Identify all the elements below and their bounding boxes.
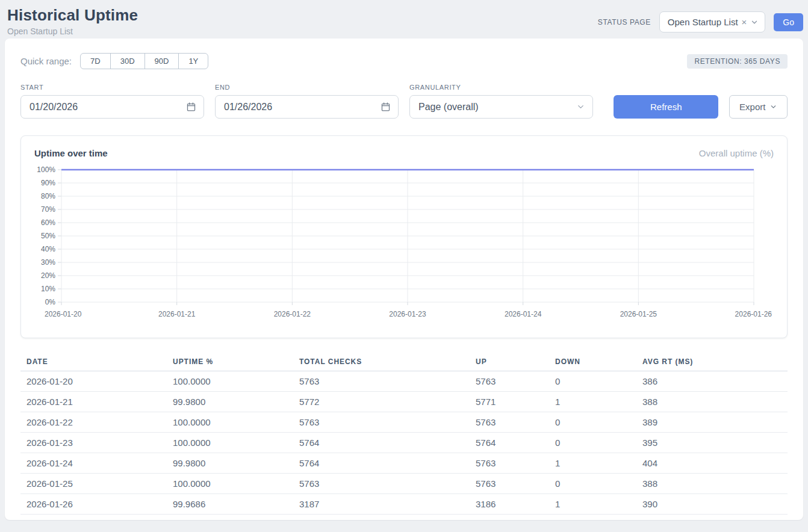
chart-svg: 0%10%20%30%40%50%60%70%80%90%100%2026-01… bbox=[34, 164, 775, 322]
remove-selection-icon[interactable]: × bbox=[742, 17, 747, 26]
table-row: 2026-01-2499.9800576457631404 bbox=[20, 453, 788, 474]
quick-range-button-7d[interactable]: 7D bbox=[80, 53, 111, 69]
table-cell: 2026-01-20 bbox=[20, 371, 167, 392]
chart-title: Uptime over time bbox=[34, 148, 108, 158]
table-cell: 395 bbox=[636, 433, 788, 453]
main-panel: Quick range: 7D30D90D1Y RETENTION: 365 D… bbox=[5, 39, 803, 520]
quick-range-button-90d[interactable]: 90D bbox=[145, 53, 179, 69]
uptime-chart-card: Uptime over time Overall uptime (%) 0%10… bbox=[20, 135, 788, 338]
column-header: UPTIME % bbox=[167, 353, 293, 371]
granularity-select[interactable]: Page (overall) bbox=[409, 95, 593, 119]
title-block: Historical Uptime Open Startup List bbox=[7, 6, 138, 36]
svg-text:2026-01-26: 2026-01-26 bbox=[735, 310, 772, 318]
svg-text:2026-01-24: 2026-01-24 bbox=[505, 310, 542, 318]
table-row: 2026-01-25100.0000576357630388 bbox=[20, 474, 788, 494]
table-cell: 388 bbox=[636, 392, 788, 412]
table-cell: 5772 bbox=[293, 392, 470, 412]
table-row: 2026-01-22100.0000576357630389 bbox=[20, 412, 788, 433]
go-button[interactable]: Go bbox=[774, 13, 803, 31]
table-cell: 5764 bbox=[470, 433, 549, 453]
quick-range-label: Quick range: bbox=[20, 56, 72, 66]
table-cell: 0 bbox=[549, 371, 636, 392]
chevron-down-icon bbox=[750, 18, 759, 26]
page-subtitle: Open Startup List bbox=[7, 26, 138, 36]
table-cell: 5763 bbox=[293, 412, 470, 433]
table-cell: 0 bbox=[549, 474, 636, 494]
calendar-icon[interactable] bbox=[381, 102, 391, 112]
table-cell: 1 bbox=[549, 453, 636, 474]
start-date-value: 01/20/2026 bbox=[30, 102, 78, 113]
svg-text:50%: 50% bbox=[41, 232, 55, 240]
table-cell: 100.0000 bbox=[167, 433, 293, 453]
table-cell: 99.9686 bbox=[167, 494, 293, 515]
table-cell: 1 bbox=[549, 392, 636, 412]
granularity-value: Page (overall) bbox=[418, 102, 479, 113]
export-button[interactable]: Export bbox=[729, 95, 788, 119]
column-header: AVG RT (MS) bbox=[636, 353, 788, 371]
status-page-value: Open Startup List bbox=[668, 17, 738, 27]
table-row: 2026-01-23100.0000576457640395 bbox=[20, 433, 788, 453]
calendar-icon[interactable] bbox=[186, 102, 196, 112]
chevron-down-icon bbox=[576, 102, 585, 111]
table-row: 2026-01-2699.9686318731861390 bbox=[20, 494, 788, 515]
table-cell: 404 bbox=[636, 453, 788, 474]
granularity-label: GRANULARITY bbox=[409, 84, 593, 91]
table-header: DATEUPTIME %TOTAL CHECKSUPDOWNAVG RT (MS… bbox=[20, 353, 788, 371]
table-cell: 5763 bbox=[293, 371, 470, 392]
header-controls: STATUS PAGE Open Startup List × Go bbox=[598, 6, 803, 32]
status-page-select[interactable]: Open Startup List × bbox=[659, 11, 766, 32]
uptime-table: DATEUPTIME %TOTAL CHECKSUPDOWNAVG RT (MS… bbox=[20, 353, 788, 515]
refresh-button[interactable]: Refresh bbox=[614, 95, 718, 119]
svg-text:60%: 60% bbox=[41, 218, 55, 227]
quick-range-button-1y[interactable]: 1Y bbox=[178, 53, 208, 69]
table-cell: 5763 bbox=[470, 412, 549, 433]
svg-text:100%: 100% bbox=[37, 165, 55, 174]
table-cell: 2026-01-21 bbox=[20, 392, 167, 412]
svg-text:10%: 10% bbox=[41, 285, 55, 293]
column-header: DOWN bbox=[549, 353, 636, 371]
start-label: START bbox=[20, 84, 204, 91]
filter-form-row: START 01/20/2026 END 01/26/2026 GRANULAR… bbox=[20, 84, 788, 119]
quick-range-button-30d[interactable]: 30D bbox=[110, 53, 145, 69]
column-header: TOTAL CHECKS bbox=[293, 353, 470, 371]
table-cell: 389 bbox=[636, 412, 788, 433]
table-cell: 2026-01-24 bbox=[20, 453, 167, 474]
table-cell: 3187 bbox=[293, 494, 470, 515]
svg-text:2026-01-25: 2026-01-25 bbox=[620, 310, 657, 318]
end-label: END bbox=[215, 84, 399, 91]
column-header: UP bbox=[470, 353, 549, 371]
status-page-label: STATUS PAGE bbox=[598, 18, 651, 26]
svg-text:70%: 70% bbox=[41, 205, 55, 214]
svg-text:0%: 0% bbox=[45, 298, 56, 306]
page-title: Historical Uptime bbox=[7, 6, 138, 25]
table-cell: 3186 bbox=[470, 494, 549, 515]
table-cell: 388 bbox=[636, 474, 788, 494]
table-cell: 5764 bbox=[293, 433, 470, 453]
table-cell: 5763 bbox=[470, 453, 549, 474]
svg-text:30%: 30% bbox=[41, 258, 55, 267]
table-cell: 5763 bbox=[293, 474, 470, 494]
svg-text:90%: 90% bbox=[41, 179, 55, 187]
export-label: Export bbox=[739, 102, 765, 112]
end-date-input[interactable]: 01/26/2026 bbox=[215, 95, 399, 119]
uptime-line-chart: 0%10%20%30%40%50%60%70%80%90%100%2026-01… bbox=[21, 164, 787, 324]
chart-legend: Overall uptime (%) bbox=[699, 148, 774, 158]
svg-text:2026-01-22: 2026-01-22 bbox=[274, 310, 311, 318]
table-cell: 2026-01-23 bbox=[20, 433, 167, 453]
svg-text:2026-01-20: 2026-01-20 bbox=[45, 310, 82, 318]
table-cell: 2026-01-22 bbox=[20, 412, 167, 433]
table-cell: 100.0000 bbox=[167, 371, 293, 392]
table-cell: 100.0000 bbox=[167, 412, 293, 433]
retention-badge: RETENTION: 365 DAYS bbox=[687, 54, 788, 69]
table-cell: 5763 bbox=[470, 474, 549, 494]
table-cell: 386 bbox=[636, 371, 788, 392]
chevron-down-icon bbox=[769, 103, 777, 111]
table-row: 2026-01-2199.9800577257711388 bbox=[20, 392, 788, 412]
table-cell: 99.9800 bbox=[167, 392, 293, 412]
end-date-value: 01/26/2026 bbox=[224, 102, 272, 113]
table-cell: 100.0000 bbox=[167, 474, 293, 494]
svg-text:20%: 20% bbox=[41, 271, 55, 280]
table-cell: 5763 bbox=[470, 371, 549, 392]
start-date-input[interactable]: 01/20/2026 bbox=[20, 95, 204, 119]
page-header: Historical Uptime Open Startup List STAT… bbox=[0, 0, 808, 39]
